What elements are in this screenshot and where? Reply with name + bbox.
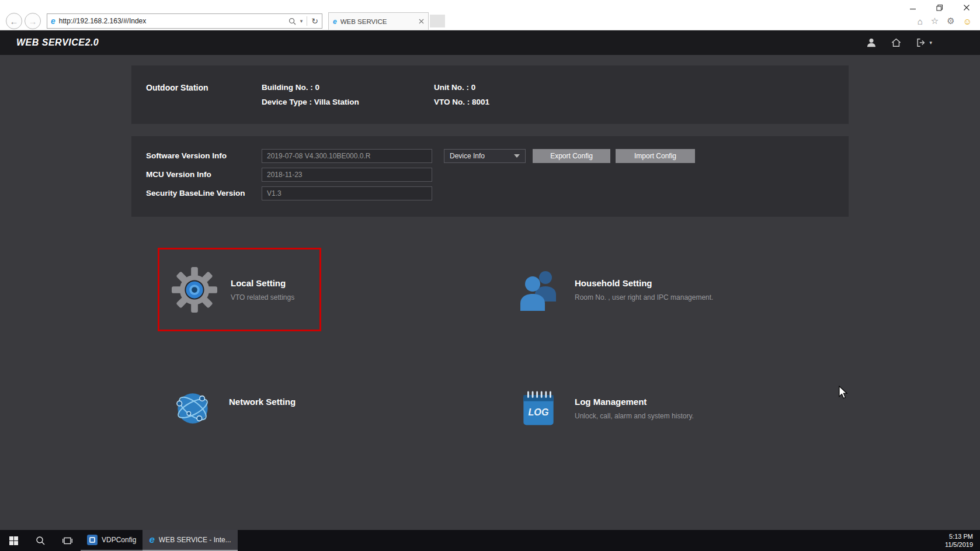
header-icons: ▾ [866, 37, 932, 48]
windows-logo-icon [9, 536, 18, 545]
task-view-button[interactable] [54, 530, 81, 551]
tile-text: Local Setting VTO related settings [231, 278, 294, 302]
minimize-button[interactable] [899, 0, 926, 15]
household-setting-title: Household Setting [575, 278, 713, 288]
taskbar: VDPConfig e WEB SERVICE - Inte... 5:13 P… [0, 530, 980, 551]
browser-chrome: ← → e http://192.168.2.163/#/Index ▾ ↻ e… [0, 0, 980, 30]
refresh-icon[interactable]: ↻ [311, 16, 318, 26]
logout-caret-icon: ▾ [929, 40, 932, 46]
clock-time: 5:13 PM [949, 532, 973, 540]
screen: ← → e http://192.168.2.163/#/Index ▾ ↻ e… [0, 0, 980, 551]
logout-control[interactable]: ▾ [916, 37, 932, 48]
taskbar-app-vdpconfig[interactable]: VDPConfig [81, 530, 143, 551]
network-setting-subtitle [229, 412, 296, 420]
taskbar-search-button[interactable] [27, 530, 54, 551]
browser-toolbar-icons: ⌂ ☆ ⚙ ☺ [918, 16, 972, 26]
app-logo: WEB SERVICE2.0 [16, 37, 99, 48]
browser-nav-row: ← → e http://192.168.2.163/#/Index ▾ ↻ e… [4, 12, 980, 30]
tile-text: Network Setting [229, 397, 296, 420]
network-globe-icon [169, 383, 216, 434]
vto-no-text: VTO No. : 8001 [434, 98, 489, 106]
tab-title: WEB SERVICE [340, 18, 419, 25]
search-icon[interactable] [289, 18, 296, 25]
tools-gear-icon[interactable]: ⚙ [947, 16, 954, 26]
feedback-smiley-icon[interactable]: ☺ [963, 16, 972, 26]
url-text[interactable]: http://192.168.2.163/#/Index [59, 17, 289, 25]
main-content: Outdoor Station Building No. : 0 Device … [0, 55, 980, 530]
browser-tab[interactable]: e WEB SERVICE [328, 12, 429, 30]
back-icon: ← [10, 16, 19, 26]
start-button[interactable] [0, 530, 27, 551]
logout-icon [916, 37, 926, 48]
taskbar-search-icon [36, 536, 45, 545]
household-setting-subtitle: Room No. , user right and IPC management… [575, 293, 713, 302]
taskbar-app-webservice[interactable]: e WEB SERVICE - Inte... [143, 530, 237, 551]
restore-button[interactable] [926, 0, 953, 15]
dropdown-caret-icon [514, 154, 520, 158]
task-view-icon [62, 536, 72, 545]
vdpconfig-label: VDPConfig [102, 536, 136, 544]
local-setting-title: Local Setting [231, 278, 294, 288]
home-icon[interactable]: ⌂ [918, 16, 923, 26]
log-management-subtitle: Unlock, call, alarm and system history. [575, 412, 694, 420]
config-type-dropdown[interactable]: Device Info [444, 149, 526, 163]
security-baseline-label: Security BaseLine Version [146, 189, 245, 197]
tab-favicon-icon: e [333, 18, 337, 26]
app-header: WEB SERVICE2.0 ▾ [0, 30, 980, 55]
window-controls [899, 0, 980, 15]
favorites-star-icon[interactable]: ☆ [931, 16, 939, 26]
tile-log-management[interactable]: LOG Log Management Unlock, call, alarm a… [503, 373, 772, 443]
vdpconfig-icon [87, 535, 98, 545]
local-setting-subtitle: VTO related settings [231, 293, 294, 302]
gear-icon [171, 265, 218, 315]
address-bar-icons: ▾ ↻ [289, 16, 318, 26]
log-book-icon: LOG [515, 383, 562, 434]
page-favicon-icon: e [51, 16, 55, 26]
security-baseline-field[interactable] [262, 186, 432, 200]
back-button[interactable]: ← [6, 13, 22, 29]
webservice-label: WEB SERVICE - Inte... [159, 536, 231, 544]
device-panel-title: Outdoor Station [146, 83, 208, 92]
user-profile-icon[interactable] [866, 37, 877, 48]
tab-close-icon[interactable] [419, 19, 424, 24]
mouse-cursor [839, 386, 849, 400]
device-type-text: Device Type : Villa Station [262, 98, 359, 106]
home-nav-icon[interactable] [891, 37, 902, 48]
autocomplete-caret-icon[interactable]: ▾ [300, 18, 303, 24]
network-setting-title: Network Setting [229, 397, 296, 407]
taskbar-clock[interactable]: 5:13 PM 11/5/2019 [945, 530, 980, 551]
unit-no-text: Unit No. : 0 [434, 83, 475, 92]
close-button[interactable] [953, 0, 980, 15]
mcu-version-field[interactable] [262, 168, 432, 182]
log-icon-label: LOG [529, 407, 549, 417]
software-version-label: Software Version Info [146, 151, 227, 160]
device-info-panel: Outdoor Station Building No. : 0 Device … [131, 65, 849, 124]
version-panel: Software Version Info MCU Version Info S… [131, 136, 849, 217]
address-bar[interactable]: e http://192.168.2.163/#/Index ▾ ↻ [47, 13, 322, 29]
tile-household-setting[interactable]: Household Setting Room No. , user right … [503, 248, 772, 331]
ie-icon: e [149, 534, 154, 546]
forward-button[interactable]: → [25, 13, 41, 29]
log-management-title: Log Management [575, 397, 694, 407]
software-version-field[interactable] [262, 149, 432, 163]
taskbar-spacer [238, 530, 945, 551]
tile-text: Log Management Unlock, call, alarm and s… [575, 397, 694, 420]
household-people-icon [515, 265, 562, 315]
forward-icon: → [29, 16, 37, 26]
tile-network-setting[interactable]: Network Setting [158, 373, 426, 443]
import-config-button[interactable]: Import Config [616, 149, 695, 163]
config-type-value: Device Info [450, 152, 485, 160]
clock-date: 11/5/2019 [945, 540, 973, 549]
tile-text: Household Setting Room No. , user right … [575, 278, 713, 302]
address-divider [307, 16, 307, 26]
new-tab-button[interactable] [430, 15, 445, 27]
export-config-button[interactable]: Export Config [533, 149, 610, 163]
tile-local-setting[interactable]: Local Setting VTO related settings [158, 248, 321, 331]
building-no-text: Building No. : 0 [262, 83, 319, 92]
mcu-version-label: MCU Version Info [146, 170, 211, 179]
